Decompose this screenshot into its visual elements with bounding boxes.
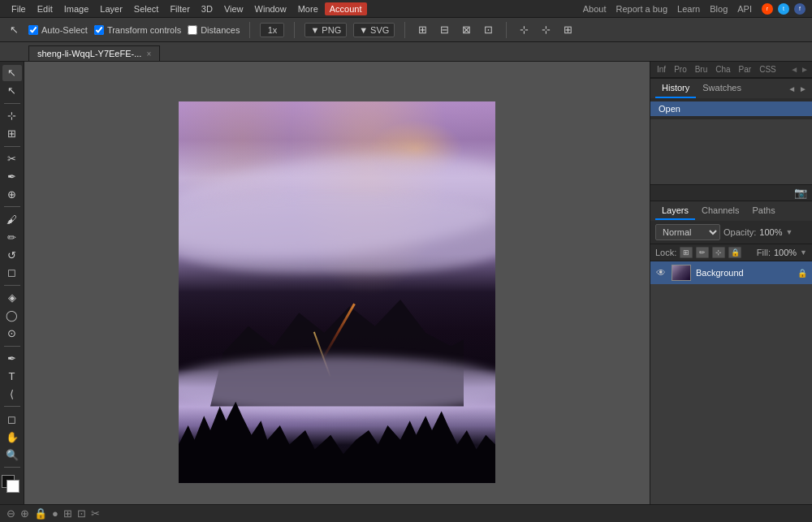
layers-tab-channels[interactable]: Channels [695,202,745,220]
eyedropper-tool[interactable]: ✒ [2,168,22,184]
history-item-open[interactable]: Open [650,101,812,116]
layers-tab-layers[interactable]: Layers [655,202,695,220]
layer-row-background[interactable]: 👁 Background 🔒 [650,261,812,284]
tool-sep-5 [4,346,20,347]
clone-tool[interactable]: ✏ [2,229,22,245]
pen-tool[interactable]: ✒ [2,350,22,366]
zoom-tool[interactable]: 🔍 [2,447,22,463]
mini-tab-css[interactable]: CSS [756,63,780,75]
menu-filter[interactable]: Filter [165,2,194,15]
artboard-icon[interactable]: ⊞ [63,507,72,520]
path-selection-tool[interactable]: ⟨ [2,386,22,402]
lock-status-icon[interactable]: 🔒 [34,507,47,520]
menu-image[interactable]: Image [59,2,94,15]
3d-icon[interactable]: ⊞ [560,22,576,37]
bottom-fog [179,356,495,414]
menu-edit[interactable]: Edit [32,2,58,15]
social-reddit-icon[interactable]: r [762,3,773,15]
scissors-icon[interactable]: ✂ [91,507,100,520]
move-tool-icon[interactable]: ↖ [6,22,22,37]
shape-tool[interactable]: ◻ [2,411,22,427]
hand-tool[interactable]: ✋ [2,429,22,445]
lock-all-icon[interactable]: 🔒 [728,247,741,258]
mini-panel-row: Inf Pro Bru Cha Par CSS ◄ ► [650,62,812,78]
auto-select-checkbox[interactable] [28,25,38,35]
align-left-icon[interactable]: ⊞ [415,22,430,37]
history-brush-tool[interactable]: ↺ [2,247,22,263]
align-right-icon[interactable]: ⊠ [459,22,474,37]
selection-tool[interactable]: ↖ [2,83,22,99]
gradient-tool[interactable]: ◈ [2,290,22,306]
transform-icon[interactable]: ⊹ [516,22,532,37]
dodge-tool[interactable]: ⊙ [2,326,22,342]
menu-account[interactable]: Account [325,2,367,15]
export-icon[interactable]: ⊡ [77,507,86,520]
document-tab[interactable]: sheng-li-WqqL-Y7EeFE-... × [28,45,160,61]
panel-right-arrow[interactable]: ► [801,65,809,74]
warp-icon[interactable]: ⊹ [538,22,554,37]
mini-tab-pro[interactable]: Pro [671,63,690,75]
distances-checkbox[interactable] [188,25,197,35]
type-tool[interactable]: T [2,368,22,384]
move-tool[interactable]: ↖ [2,65,22,81]
layer-lock-icon: 🔒 [797,269,807,278]
status-icons: ⊖ ⊕ 🔒 ● ⊞ ⊡ ✂ [6,507,100,520]
blur-tool[interactable]: ◯ [2,308,22,324]
layer-visibility-toggle[interactable]: 👁 [655,267,667,278]
api-link[interactable]: API [737,4,752,14]
panel-collapse-right[interactable]: ► [799,84,807,93]
healing-tool[interactable]: ⊕ [2,186,22,202]
transform-controls-checkbox[interactable] [94,25,104,35]
opacity-dropdown-icon[interactable]: ▼ [786,228,793,236]
menu-window[interactable]: Window [250,2,292,15]
panel-collapse-left[interactable]: ◄ [788,84,796,93]
align-center-icon[interactable]: ⊟ [437,22,452,37]
menu-more[interactable]: More [293,2,323,15]
swatches-tab[interactable]: Swatches [696,79,748,98]
png-export-button[interactable]: ▼ PNG [304,23,347,37]
zoom-out-icon[interactable]: ⊖ [6,507,15,520]
blog-link[interactable]: Blog [710,4,728,14]
mini-tab-par[interactable]: Par [736,63,755,75]
blend-mode-select[interactable]: Normal [655,224,720,240]
menu-3d[interactable]: 3D [197,2,218,15]
lock-artboards-icon[interactable]: ⊹ [712,247,725,258]
svg-export-button[interactable]: ▼ SVG [353,23,395,37]
lasso-tool[interactable]: ⊹ [2,108,22,124]
mini-tab-cha[interactable]: Cha [712,63,733,75]
distribute-icon[interactable]: ⊡ [481,22,496,37]
background-color[interactable] [6,480,19,493]
lock-position-icon[interactable]: ✏ [696,247,709,258]
camera-icon[interactable]: 📷 [794,187,807,199]
about-link[interactable]: About [583,4,607,14]
fill-dropdown-icon[interactable]: ▼ [800,248,807,257]
menu-layer[interactable]: Layer [95,2,127,15]
layers-tabs: Layers Channels Paths [655,202,782,220]
lock-pixels-icon[interactable]: ⊞ [680,247,693,258]
social-facebook-icon[interactable]: f [794,3,806,15]
eraser-tool[interactable]: ◻ [2,265,22,281]
marquee-tool[interactable]: ⊞ [2,126,22,142]
right-panel: Inf Pro Bru Cha Par CSS ◄ ► History Swat… [650,62,812,522]
tool-sep-6 [4,406,20,407]
panel-nav-arrows: ◄ ► [790,65,809,74]
left-toolbar: ↖ ↖ ⊹ ⊞ ✂ ✒ ⊕ 🖌 ✏ ↺ ◻ ◈ ◯ ⊙ ✒ T ⟨ ◻ ✋ 🔍 [0,62,24,522]
history-tab[interactable]: History [655,79,696,98]
learn-link[interactable]: Learn [677,4,700,14]
layers-tab-paths[interactable]: Paths [746,202,782,220]
auto-select-label: Auto-Select [28,25,88,35]
screen-mode-icon[interactable]: ● [52,507,58,520]
color-box-wrapper [2,475,23,496]
mini-tab-inf[interactable]: Inf [654,63,669,75]
social-twitter-icon[interactable]: t [778,3,789,15]
tab-close-button[interactable]: × [146,50,151,58]
menu-view[interactable]: View [219,2,248,15]
mini-tab-bru[interactable]: Bru [692,63,711,75]
crop-tool[interactable]: ✂ [2,150,22,166]
panel-left-arrow[interactable]: ◄ [790,65,798,74]
report-bug-link[interactable]: Report a bug [615,4,667,14]
brush-tool[interactable]: 🖌 [2,211,22,227]
zoom-in-icon[interactable]: ⊕ [20,507,29,520]
menu-file[interactable]: File [6,2,31,15]
menu-select[interactable]: Select [129,2,164,15]
